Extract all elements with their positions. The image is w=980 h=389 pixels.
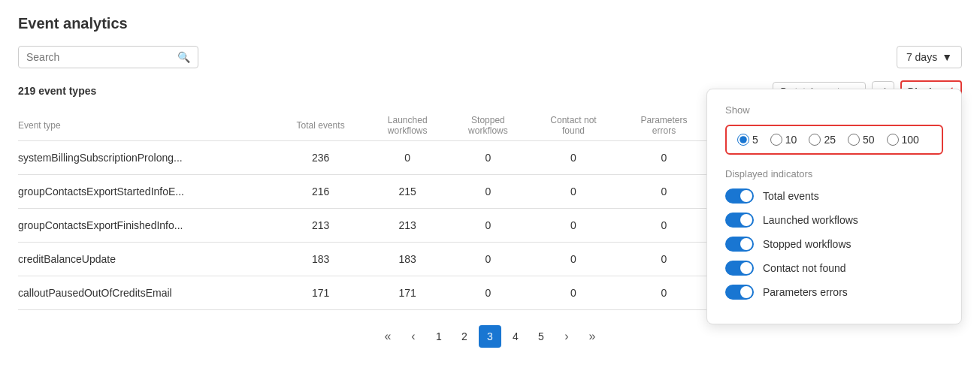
cell-stopped: 0 [448,276,528,310]
last-page-button[interactable]: » [581,325,603,348]
page-5-button[interactable]: 5 [530,325,552,348]
toggle-0[interactable] [725,188,754,204]
show-option-25[interactable]: 25 [809,134,836,146]
indicator-label-4: Parameters errors [763,286,848,298]
show-radio-25[interactable] [809,134,821,146]
indicator-row-0: Total events [725,188,943,204]
show-radio-50[interactable] [848,134,860,146]
first-page-button[interactable]: « [377,325,399,348]
cell-total: 171 [274,276,368,310]
cell-param-errors: 0 [619,276,709,310]
cell-param-errors: 0 [619,141,709,175]
indicator-row-4: Parameters errors [725,285,943,300]
col-header-param-errors: Parameterserrors [619,110,709,141]
search-input[interactable] [26,51,171,63]
page-title: Event analytics [18,15,962,32]
cell-contact-not-found: 0 [528,175,619,209]
page-1-button[interactable]: 1 [428,325,450,348]
display-panel: Show 5102550100 Displayed indicators Tot… [706,89,962,324]
toggle-1[interactable] [725,213,754,228]
cell-event-type: groupContactsExportFinishedInfo... [18,209,274,243]
indicator-row-1: Launched workflows [725,213,943,228]
show-radio-10[interactable] [770,134,782,146]
cell-event-type: calloutPausedOutOfCreditsEmail [18,276,274,310]
show-option-50[interactable]: 50 [848,134,875,146]
cell-contact-not-found: 0 [528,141,619,175]
cell-param-errors: 0 [619,175,709,209]
indicator-label-0: Total events [763,190,819,202]
table-row: systemBillingSubscriptionProlong... 236 … [18,141,709,175]
cell-param-errors: 0 [619,243,709,276]
col-header-event-type: Event type [18,110,274,141]
pagination: « ‹ 1 2 3 4 5 › » [18,325,962,348]
show-options-row: 5102550100 [725,125,943,155]
toggle-3[interactable] [725,261,754,276]
col-header-stopped: Stoppedworkflows [448,110,528,141]
table-row: groupContactsExportFinishedInfo... 213 2… [18,209,709,243]
cell-launched: 215 [368,175,448,209]
col-header-contact-not-found: Contact notfound [528,110,619,141]
cell-event-type: groupContactsExportStartedInfoE... [18,175,274,209]
cell-contact-not-found: 0 [528,243,619,276]
cell-launched: 183 [368,243,448,276]
event-count: 219 event types [18,85,96,97]
toggle-2[interactable] [725,237,754,252]
cell-contact-not-found: 0 [528,209,619,243]
table-row: creditBalanceUpdate 183 183 0 0 0 [18,243,709,276]
search-box[interactable]: 🔍 [18,46,198,68]
cell-stopped: 0 [448,175,528,209]
cell-launched: 171 [368,276,448,310]
cell-event-type: creditBalanceUpdate [18,243,274,276]
cell-total: 213 [274,209,368,243]
days-label: 7 days [906,51,937,63]
toggle-4[interactable] [725,285,754,300]
cell-total: 236 [274,141,368,175]
indicator-label-1: Launched workflows [763,214,858,226]
show-option-100[interactable]: 100 [887,134,919,146]
show-option-10[interactable]: 10 [770,134,797,146]
indicator-row-3: Contact not found [725,261,943,276]
prev-page-button[interactable]: ‹ [402,325,425,348]
chevron-down-icon: ▼ [942,51,952,63]
cell-launched: 0 [368,141,448,175]
show-section-title: Show [725,104,943,116]
cell-param-errors: 0 [619,209,709,243]
search-icon: 🔍 [177,51,190,63]
cell-total: 183 [274,243,368,276]
col-header-total: Total events [274,110,368,141]
show-option-5[interactable]: 5 [737,134,758,146]
next-page-button[interactable]: › [555,325,578,348]
page-4-button[interactable]: 4 [504,325,527,348]
indicator-label-2: Stopped workflows [763,238,851,250]
indicator-label-3: Contact not found [763,262,846,274]
cell-stopped: 0 [448,209,528,243]
cell-contact-not-found: 0 [528,276,619,310]
page-3-button[interactable]: 3 [479,325,501,348]
cell-stopped: 0 [448,243,528,276]
indicator-row-2: Stopped workflows [725,237,943,252]
col-header-launched: Launchedworkflows [368,110,448,141]
page-2-button[interactable]: 2 [453,325,476,348]
cell-launched: 213 [368,209,448,243]
event-table: Event type Total events Launchedworkflow… [18,110,709,310]
show-radio-5[interactable] [737,134,749,146]
table-row: calloutPausedOutOfCreditsEmail 171 171 0… [18,276,709,310]
table-row: groupContactsExportStartedInfoE... 216 2… [18,175,709,209]
cell-total: 216 [274,175,368,209]
cell-stopped: 0 [448,141,528,175]
days-dropdown[interactable]: 7 days ▼ [897,46,962,68]
cell-event-type: systemBillingSubscriptionProlong... [18,141,274,175]
indicators-section-title: Displayed indicators [725,168,943,179]
show-radio-100[interactable] [887,134,899,146]
